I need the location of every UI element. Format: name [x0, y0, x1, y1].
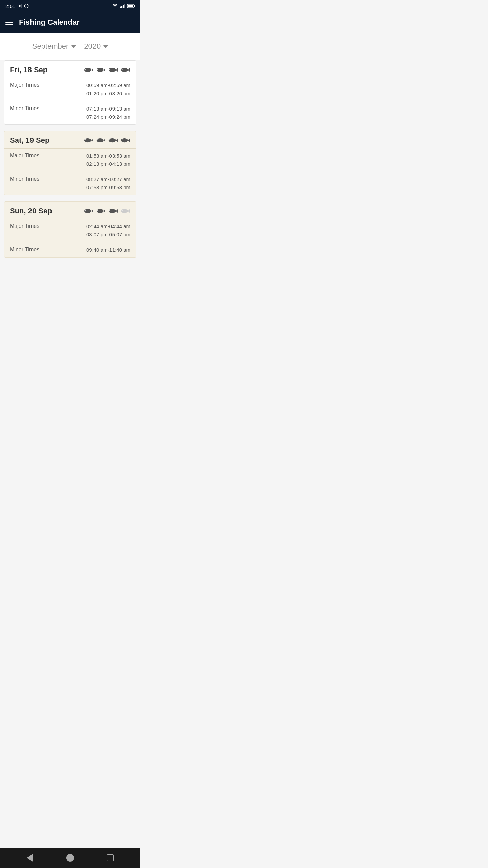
svg-point-29: [109, 138, 116, 142]
fish-icon-4: [120, 137, 130, 144]
svg-point-28: [97, 139, 98, 140]
day-title: Sat, 19 Sep: [10, 136, 49, 145]
home-icon: [66, 854, 74, 862]
major-times-values: 01:53 am-03:53 am02:13 pm-04:13 pm: [86, 152, 130, 168]
svg-marker-24: [92, 139, 93, 142]
month-value: September: [32, 42, 69, 51]
day-title: Sun, 20 Sep: [10, 206, 52, 215]
svg-marker-21: [128, 68, 130, 72]
fish-icon: [120, 67, 130, 73]
svg-rect-10: [128, 5, 133, 7]
fish-rating: [83, 137, 130, 144]
year-dropdown-arrow: [103, 45, 108, 48]
fish-icon-4: [120, 66, 130, 74]
fish-icon: [96, 208, 105, 214]
svg-point-22: [122, 69, 123, 70]
svg-point-11: [84, 68, 92, 72]
status-bar: 2:01: [0, 0, 140, 12]
fish-icon-3: [107, 207, 118, 215]
fish-icon: [84, 137, 93, 143]
year-value: 2020: [84, 42, 101, 51]
days-content: Fri, 18 Sep Major Times 00:59 am-02:59 a…: [0, 60, 140, 848]
fish-icon-1: [83, 137, 94, 144]
day-card-sat-19-sep: Sat, 19 Sep Major Times 01:53 am-03:53 a…: [4, 131, 136, 195]
month-selector[interactable]: September: [32, 42, 76, 51]
back-icon: [27, 854, 33, 862]
minor-times-row: Minor Times 08:27 am-10:27 am07:58 pm-09…: [4, 172, 136, 195]
svg-point-13: [85, 69, 86, 70]
fish-rating: [83, 66, 130, 74]
svg-point-23: [84, 138, 92, 142]
hamburger-icon[interactable]: [5, 20, 13, 25]
major-times-row: Major Times 00:59 am-02:59 am01:20 pm-03…: [4, 78, 136, 101]
app-bar: Fishing Calendar: [0, 12, 140, 33]
svg-point-37: [85, 210, 86, 211]
major-times-row: Major Times 01:53 am-03:53 am02:13 pm-04…: [4, 148, 136, 172]
fish-icon: [108, 67, 118, 73]
major-times-label: Major Times: [10, 152, 47, 159]
dnd-icon: [24, 4, 29, 8]
fish-icon-1: [83, 207, 94, 215]
fish-icon-2: [95, 137, 106, 144]
minor-times-label: Minor Times: [10, 105, 47, 112]
home-button[interactable]: [65, 853, 75, 863]
svg-rect-5: [121, 6, 122, 8]
status-left: 2:01: [5, 3, 29, 9]
fish-rating: [83, 207, 130, 215]
svg-marker-39: [104, 209, 105, 213]
svg-point-40: [97, 210, 98, 211]
fish-icon: [84, 67, 93, 73]
svg-rect-9: [134, 5, 135, 7]
selectors: September 2020: [0, 33, 140, 60]
minor-times-values: 07:13 am-09:13 am07:24 pm-09:24 pm: [86, 105, 130, 121]
svg-rect-1: [19, 5, 21, 7]
fish-icon: [120, 137, 130, 143]
svg-point-25: [85, 139, 86, 140]
fish-icon-2: [95, 207, 106, 215]
battery-icon: [127, 4, 135, 8]
svg-marker-42: [116, 209, 118, 213]
svg-point-35: [84, 209, 92, 213]
minor-times-values: 08:27 am-10:27 am07:58 pm-09:58 pm: [86, 175, 130, 192]
minor-times-row: Minor Times 09:40 am-11:40 am: [4, 242, 136, 257]
back-button[interactable]: [25, 853, 35, 863]
day-header: Sun, 20 Sep: [4, 202, 136, 219]
svg-point-14: [97, 68, 104, 72]
fish-icon: [108, 208, 118, 214]
major-times-values: 02:44 am-04:44 am03:07 pm-05:07 pm: [86, 222, 130, 239]
minor-times-label: Minor Times: [10, 175, 47, 182]
wifi-icon: [112, 4, 118, 8]
svg-point-44: [121, 209, 128, 213]
svg-marker-30: [116, 139, 118, 142]
fish-icon: [108, 137, 118, 143]
fish-icon: [96, 67, 105, 73]
svg-rect-7: [124, 4, 125, 8]
major-times-values: 00:59 am-02:59 am01:20 pm-03:20 pm: [86, 81, 130, 98]
fish-icon-1: [83, 66, 94, 74]
signal-icon: [120, 4, 125, 8]
month-dropdown-arrow: [71, 45, 76, 48]
day-header: Fri, 18 Sep: [4, 61, 136, 78]
day-title: Fri, 18 Sep: [10, 65, 47, 74]
svg-point-19: [109, 69, 110, 70]
minor-times-label: Minor Times: [10, 246, 47, 253]
major-times-row: Major Times 02:44 am-04:44 am03:07 pm-05…: [4, 219, 136, 242]
recents-button[interactable]: [105, 853, 115, 863]
svg-point-17: [109, 68, 116, 72]
minor-times-row: Minor Times 07:13 am-09:13 am07:24 pm-09…: [4, 101, 136, 124]
svg-marker-45: [128, 209, 130, 213]
year-selector[interactable]: 2020: [84, 42, 108, 51]
svg-marker-18: [116, 68, 118, 72]
bottom-nav: [0, 848, 140, 868]
svg-marker-33: [128, 139, 130, 142]
svg-point-46: [122, 210, 123, 211]
status-time: 2:01: [5, 3, 15, 9]
app-title: Fishing Calendar: [19, 18, 79, 27]
day-header: Sat, 19 Sep: [4, 131, 136, 148]
fish-icon-2: [95, 66, 106, 74]
day-card-fri-18-sep: Fri, 18 Sep Major Times 00:59 am-02:59 a…: [4, 60, 136, 125]
fish-icon: [120, 208, 130, 214]
fish-icon-4: [120, 207, 130, 215]
fish-icon-3: [107, 66, 118, 74]
fish-icon: [96, 137, 105, 143]
